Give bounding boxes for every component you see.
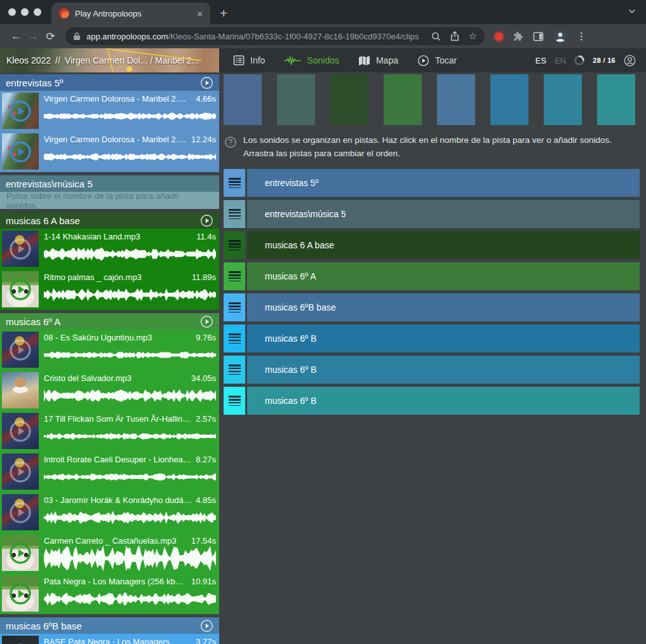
track-bar[interactable]: musicas 6º B [247, 325, 640, 352]
clip-thumbnail[interactable] [2, 93, 39, 129]
track-color-column[interactable] [384, 74, 422, 125]
clip-thumbnail[interactable] [2, 494, 39, 530]
window-zoom-button[interactable] [34, 8, 41, 16]
tab-search-chevron-icon[interactable] [628, 5, 636, 17]
profile-avatar-icon[interactable] [553, 29, 567, 43]
audio-clip[interactable]: 03 - Jaromír Horák & Konrádyho dudácká .… [0, 492, 219, 533]
track-color-column[interactable] [277, 74, 315, 125]
audio-clip[interactable]: Virgen Carmen Dolorosa - Maribel 2.mp34.… [0, 91, 219, 131]
clip-thumbnail[interactable] [2, 231, 39, 267]
clip-thumbnail[interactable] [2, 575, 39, 612]
clip-thumbnail[interactable] [2, 271, 39, 307]
clip-waveform[interactable] [44, 144, 216, 170]
clip-waveform[interactable] [44, 342, 216, 368]
zoom-page-icon[interactable] [431, 32, 441, 41]
lang-es-button[interactable]: ES [535, 56, 546, 65]
clip-waveform[interactable] [44, 464, 216, 490]
browser-tab[interactable]: Play Antropoloops × [51, 3, 210, 24]
main-content: entrevistas 5ºVirgen Carmen Dolorosa - M… [0, 72, 646, 644]
nav-item-info[interactable]: Info [233, 55, 265, 66]
extensions-puzzle-icon[interactable] [513, 31, 523, 42]
track-bar[interactable]: musicas 6ºB base [247, 293, 640, 321]
track-bar[interactable]: musicas 6º B [247, 387, 640, 415]
audio-clip[interactable]: Virgen Carmen Dolorosa - Maribel 2.mp312… [0, 131, 219, 172]
track-drag-handle[interactable] [224, 200, 245, 228]
audio-clip[interactable]: 17 Till Flickan Som Är Tusen År-Halling … [0, 411, 219, 452]
clip-waveform[interactable] [44, 383, 216, 408]
track-bar[interactable]: musicas 6º A [247, 262, 640, 290]
record-extension-icon[interactable] [495, 32, 503, 41]
play-all-button[interactable] [200, 619, 213, 633]
forward-button[interactable]: → [25, 30, 42, 43]
track-drag-handle[interactable] [224, 169, 245, 197]
audio-clip[interactable]: Carmen Carreto _ Castañuelas.mp317.54s [0, 533, 219, 574]
window-minimize-button[interactable] [21, 8, 29, 16]
breadcrumb-project[interactable]: Kleos 2022 [6, 55, 51, 65]
new-tab-button[interactable]: + [220, 6, 227, 20]
track-bar[interactable]: entrevistas 5º [247, 169, 640, 197]
clip-thumbnail[interactable] [2, 332, 39, 368]
account-person-icon[interactable] [624, 55, 636, 67]
reload-button[interactable]: ⟳ [42, 30, 59, 43]
clip-waveform[interactable] [44, 241, 216, 267]
audio-clip[interactable]: Pata Negra - Los Managers (256 kbps).mp3… [0, 574, 219, 614]
clip-waveform[interactable] [44, 282, 216, 307]
track-header[interactable]: entrevistas 5º [0, 74, 219, 91]
track-color-column[interactable] [597, 74, 635, 125]
clip-thumbnail[interactable] [2, 453, 39, 490]
clip-waveform[interactable] [44, 505, 216, 530]
share-icon[interactable] [450, 31, 459, 41]
nav-item-label: Tocar [435, 55, 457, 65]
clip-waveform[interactable] [44, 586, 216, 612]
track-drag-handle[interactable] [224, 387, 245, 415]
lang-en-button[interactable]: EN [555, 56, 566, 65]
track-row: musicas 6º B [224, 356, 640, 384]
track-drag-handle[interactable] [224, 293, 245, 321]
track-bar[interactable]: entrevistas\música 5 [247, 200, 640, 228]
clip-thumbnail[interactable] [2, 372, 39, 408]
clip-waveform[interactable] [44, 424, 216, 449]
clip-thumbnail[interactable] [2, 133, 39, 170]
help-row: ? Los sonidos se organizan en pistas. Ha… [224, 131, 646, 169]
track-drag-handle[interactable] [224, 262, 245, 290]
track-color-column[interactable] [330, 74, 368, 125]
track-drag-handle[interactable] [224, 325, 245, 352]
audio-clip[interactable]: 08 - Es Sakūru Uguntiņu.mp39.76s [0, 330, 219, 370]
track-color-column[interactable] [544, 74, 582, 125]
track-bar[interactable]: musicas 6º B [247, 356, 640, 384]
clip-thumbnail[interactable] [2, 636, 39, 644]
track-color-column[interactable] [490, 74, 528, 125]
side-panel-icon[interactable] [533, 31, 544, 42]
window-close-button[interactable] [8, 8, 16, 16]
audio-clip[interactable]: Introit Rorate Caeli Desuper - Lionheart… [0, 452, 219, 492]
track-drag-handle[interactable] [224, 356, 245, 384]
clip-waveform[interactable] [44, 104, 216, 129]
nav-item-tocar[interactable]: Tocar [417, 55, 457, 67]
bookmark-star-icon[interactable]: ☆ [469, 30, 477, 42]
browser-menu-icon[interactable]: ⋮ [577, 30, 586, 42]
audio-clip[interactable]: Cristo del Salvador.mp334.05s [0, 370, 219, 411]
clip-thumbnail[interactable] [2, 413, 39, 449]
nav-item-sonidos[interactable]: Sonidos [284, 55, 339, 66]
track-color-column[interactable] [437, 74, 475, 125]
clip-waveform[interactable] [44, 546, 216, 571]
address-bar[interactable]: app.antropoloops.com/Kleos-Santa-Marina/… [65, 27, 485, 45]
track-header[interactable]: musicas 6 A base [0, 212, 219, 229]
audio-clip[interactable]: 1-14 Khakasian Land.mp311.4s [0, 229, 219, 269]
track-header[interactable]: musicas 6ºB base [0, 617, 219, 634]
back-button[interactable]: ← [8, 30, 25, 43]
play-all-button[interactable] [200, 315, 213, 328]
track-bar[interactable]: musicas 6 A base [247, 231, 640, 259]
track-header[interactable]: musicas 6º A [0, 313, 219, 330]
track-color-column[interactable] [224, 74, 262, 125]
clip-thumbnail[interactable] [2, 535, 39, 571]
play-all-button[interactable] [200, 214, 213, 227]
play-all-button[interactable] [200, 76, 213, 90]
tab-close-icon[interactable]: × [197, 9, 203, 18]
track-drag-handle[interactable] [224, 231, 245, 259]
audio-clip[interactable]: BASE Pata Negra - Los Managers3.77s [0, 634, 219, 644]
nav-item-mapa[interactable]: Mapa [358, 55, 398, 66]
audio-clip[interactable]: Ritmo palmas _ cajón.mp311.89s [0, 269, 219, 310]
nav-item-label: Mapa [376, 55, 398, 65]
track-header[interactable]: entrevistas\música 5 [0, 175, 219, 192]
